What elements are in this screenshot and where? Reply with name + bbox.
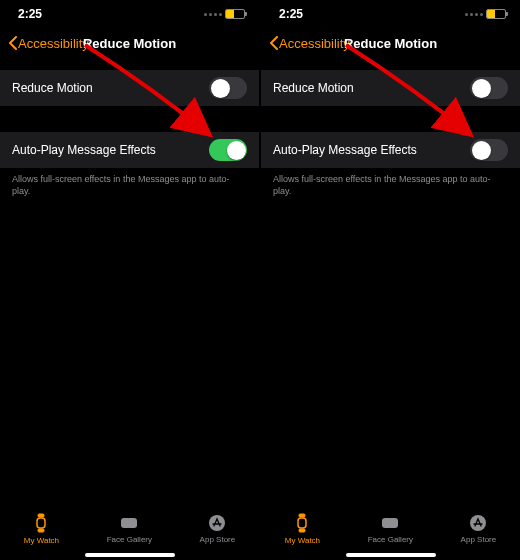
tab-app-store[interactable]: App Store <box>200 514 236 544</box>
tab-label: Face Gallery <box>107 535 152 544</box>
gallery-icon <box>120 514 138 532</box>
gallery-icon <box>381 514 399 532</box>
content: Reduce Motion Auto-Play Message Effects … <box>261 58 520 504</box>
appstore-icon <box>208 514 226 532</box>
row-autoplay[interactable]: Auto-Play Message Effects <box>0 132 259 168</box>
row-reduce-motion[interactable]: Reduce Motion <box>261 70 520 106</box>
watch-icon <box>294 513 310 533</box>
battery-icon <box>486 9 506 19</box>
toggle-autoplay[interactable] <box>209 139 247 161</box>
back-button[interactable]: Accessibility <box>269 36 350 51</box>
screen-right: 2:25 Accessibility Reduce Motion Reduce … <box>261 0 520 560</box>
row-reduce-motion[interactable]: Reduce Motion <box>0 70 259 106</box>
tab-label: My Watch <box>285 536 320 545</box>
svg-rect-4 <box>127 518 137 528</box>
caption: Allows full-screen effects in the Messag… <box>0 168 259 197</box>
home-indicator[interactable] <box>346 553 436 557</box>
appstore-icon <box>469 514 487 532</box>
status-time: 2:25 <box>279 7 303 21</box>
status-bar: 2:25 <box>0 0 259 28</box>
svg-rect-7 <box>299 514 305 517</box>
cellular-indicator <box>204 13 222 16</box>
watch-icon <box>33 513 49 533</box>
row-label: Reduce Motion <box>273 81 354 95</box>
row-label: Auto-Play Message Effects <box>273 143 417 157</box>
tab-my-watch[interactable]: My Watch <box>285 513 320 545</box>
back-label: Accessibility <box>279 36 350 51</box>
tab-bar: My Watch Face Gallery App Store <box>261 504 520 560</box>
svg-rect-0 <box>37 518 45 528</box>
tab-my-watch[interactable]: My Watch <box>24 513 59 545</box>
toggle-autoplay[interactable] <box>470 139 508 161</box>
svg-rect-6 <box>298 518 306 528</box>
caption: Allows full-screen effects in the Messag… <box>261 168 520 197</box>
screen-left: 2:25 Accessibility Reduce Motion Reduce … <box>0 0 259 560</box>
row-autoplay[interactable]: Auto-Play Message Effects <box>261 132 520 168</box>
back-label: Accessibility <box>18 36 89 51</box>
tab-bar: My Watch Face Gallery App Store <box>0 504 259 560</box>
page-title: Reduce Motion <box>344 36 437 51</box>
page-title: Reduce Motion <box>83 36 176 51</box>
row-label: Auto-Play Message Effects <box>12 143 156 157</box>
status-time: 2:25 <box>18 7 42 21</box>
chevron-left-icon <box>8 36 17 50</box>
tab-label: App Store <box>461 535 497 544</box>
svg-rect-10 <box>388 518 398 528</box>
svg-rect-2 <box>38 529 44 532</box>
svg-rect-8 <box>299 529 305 532</box>
back-button[interactable]: Accessibility <box>8 36 89 51</box>
tab-label: Face Gallery <box>368 535 413 544</box>
tab-face-gallery[interactable]: Face Gallery <box>368 514 413 544</box>
battery-icon <box>225 9 245 19</box>
content: Reduce Motion Auto-Play Message Effects … <box>0 58 259 504</box>
svg-rect-1 <box>38 514 44 517</box>
tab-label: My Watch <box>24 536 59 545</box>
cellular-indicator <box>465 13 483 16</box>
status-bar: 2:25 <box>261 0 520 28</box>
tab-face-gallery[interactable]: Face Gallery <box>107 514 152 544</box>
tab-app-store[interactable]: App Store <box>461 514 497 544</box>
chevron-left-icon <box>269 36 278 50</box>
tab-label: App Store <box>200 535 236 544</box>
nav-bar: Accessibility Reduce Motion <box>0 28 259 58</box>
row-label: Reduce Motion <box>12 81 93 95</box>
nav-bar: Accessibility Reduce Motion <box>261 28 520 58</box>
toggle-reduce-motion[interactable] <box>209 77 247 99</box>
toggle-reduce-motion[interactable] <box>470 77 508 99</box>
home-indicator[interactable] <box>85 553 175 557</box>
